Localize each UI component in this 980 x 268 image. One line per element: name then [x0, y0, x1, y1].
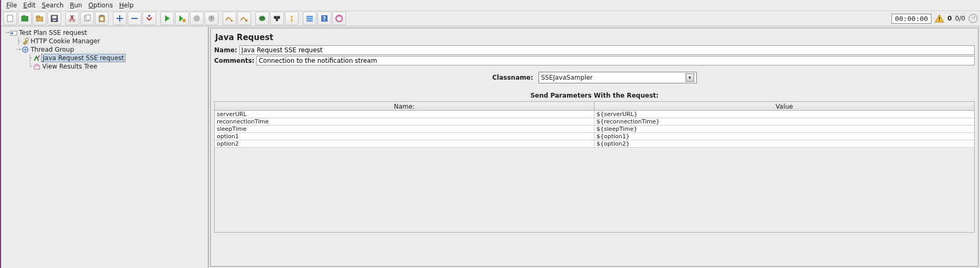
tree-cookie[interactable]: ├ HTTP Cookie Manager — [1, 37, 208, 45]
param-value-cell[interactable]: ${sleepTime} — [594, 126, 974, 132]
start-no-timers-button[interactable] — [175, 12, 189, 25]
shutdown-button[interactable] — [205, 12, 218, 25]
svg-marker-22 — [179, 15, 183, 22]
params-title: Send Parameters With the Request: — [214, 92, 975, 99]
svg-line-46 — [973, 16, 975, 18]
svg-point-29 — [259, 16, 265, 21]
toggle-button[interactable] — [142, 12, 156, 25]
svg-point-49 — [25, 38, 28, 41]
svg-point-30 — [261, 17, 262, 18]
tree-root[interactable]: ◦─ Test Plan SSE request — [1, 28, 208, 37]
about-button[interactable] — [332, 12, 346, 25]
svg-point-48 — [11, 32, 13, 34]
remote-start-button[interactable] — [223, 12, 236, 25]
copy-button[interactable] — [80, 12, 94, 25]
save-button[interactable] — [47, 12, 61, 25]
expand-button[interactable] — [113, 12, 127, 25]
svg-point-23 — [182, 19, 186, 22]
tree-cookie-label: HTTP Cookie Manager — [30, 37, 101, 45]
param-name-cell[interactable]: sleepTime — [215, 126, 594, 132]
tree-group-label: Thread Group — [30, 46, 75, 53]
collapse-button[interactable] — [128, 12, 141, 25]
table-row[interactable]: serverURL${serverURL} — [215, 111, 974, 118]
remote-stop-button[interactable] — [237, 12, 251, 25]
table-row[interactable]: option2${option2} — [215, 140, 974, 148]
menu-options[interactable]: Options — [85, 1, 116, 10]
param-name-cell[interactable]: option2 — [215, 140, 594, 147]
start-button[interactable] — [160, 12, 174, 25]
comments-input[interactable] — [256, 56, 975, 65]
clear-all-button[interactable] — [270, 12, 284, 25]
svg-rect-36 — [306, 16, 313, 17]
svg-point-10 — [69, 20, 71, 22]
elapsed-timer: 00:00:00 — [891, 14, 932, 24]
table-row[interactable]: reconnectionTime${reconnectionTime} — [215, 118, 974, 126]
svg-text:?: ? — [323, 16, 326, 22]
table-row[interactable]: sleepTime${sleepTime} — [215, 126, 974, 133]
param-value-cell[interactable]: ${serverURL} — [594, 111, 974, 118]
editor-pane: Java Request Name: Comments: Classname: … — [210, 27, 979, 267]
open-button[interactable] — [33, 12, 46, 25]
clear-button[interactable] — [255, 12, 269, 25]
tree-group[interactable]: ◦─ Thread Group — [1, 45, 208, 54]
param-name-cell[interactable]: serverURL — [215, 111, 594, 118]
toolbar: ? 00:00:00 0 0/0 — [1, 11, 980, 26]
param-value-cell[interactable]: ${reconnectionTime} — [594, 118, 974, 125]
cut-button[interactable] — [65, 12, 79, 25]
svg-rect-16 — [100, 17, 103, 21]
stop-button[interactable] — [190, 12, 204, 25]
svg-point-51 — [24, 49, 26, 51]
param-value-cell[interactable]: ${option1} — [594, 133, 974, 140]
threadgroup-icon — [21, 45, 30, 54]
tree-request-label: Java Request SSE request — [41, 54, 126, 62]
menu-help[interactable]: Help — [116, 1, 137, 10]
param-name-cell[interactable]: option1 — [215, 133, 594, 140]
table-row[interactable]: option1${option1} — [215, 133, 974, 140]
svg-point-27 — [230, 20, 233, 22]
svg-rect-1 — [22, 16, 28, 21]
svg-rect-43 — [939, 17, 940, 20]
menu-search[interactable]: Search — [39, 1, 66, 10]
dropdown-icon[interactable]: ▾ — [686, 73, 694, 82]
menu-bar: File Edit Search Run Options Help — [1, 0, 980, 11]
svg-rect-4 — [36, 16, 40, 17]
svg-point-11 — [73, 20, 75, 22]
param-name-cell[interactable]: reconnectionTime — [215, 118, 594, 125]
function-helper-button[interactable] — [303, 12, 316, 25]
svg-line-52 — [37, 55, 40, 59]
testplan-icon — [9, 28, 18, 37]
classname-label: Classname: — [492, 74, 533, 81]
search-button[interactable] — [285, 12, 299, 25]
col-value-header[interactable]: Value — [594, 102, 974, 110]
templates-button[interactable] — [18, 12, 32, 25]
tree-results-label: View Results Tree — [41, 63, 98, 70]
tree-toggle-icon[interactable]: ◦─ — [16, 47, 21, 52]
svg-rect-38 — [306, 20, 313, 22]
params-empty-area[interactable] — [215, 148, 974, 232]
gauge-icon — [968, 14, 978, 23]
tree-request[interactable]: ├ Java Request SSE request — [1, 54, 208, 62]
help-button[interactable]: ? — [318, 12, 331, 25]
tree-results[interactable]: └ View Results Tree — [1, 62, 208, 71]
menu-edit[interactable]: Edit — [20, 1, 39, 10]
menu-file[interactable]: File — [3, 1, 20, 10]
listener-icon — [33, 62, 41, 71]
warning-icon — [935, 14, 944, 23]
svg-rect-13 — [86, 15, 90, 20]
paste-button[interactable] — [95, 12, 109, 25]
sampler-icon — [33, 54, 41, 62]
svg-rect-28 — [245, 20, 247, 22]
col-name-header[interactable]: Name: — [215, 102, 594, 110]
svg-rect-34 — [276, 18, 278, 21]
svg-rect-44 — [939, 20, 940, 21]
svg-rect-2 — [23, 15, 25, 17]
param-value-cell[interactable]: ${option2} — [594, 140, 974, 147]
classname-select[interactable]: SSEJavaSampler ▾ — [539, 72, 697, 83]
tree-toggle-icon[interactable]: ◦─ — [4, 30, 9, 35]
menu-run[interactable]: Run — [67, 1, 85, 10]
name-input[interactable] — [239, 45, 975, 55]
new-button[interactable] — [3, 12, 17, 25]
editor-title: Java Request — [214, 31, 975, 45]
tree-root-label: Test Plan SSE request — [18, 29, 88, 36]
thread-count: 0/0 — [955, 15, 965, 22]
